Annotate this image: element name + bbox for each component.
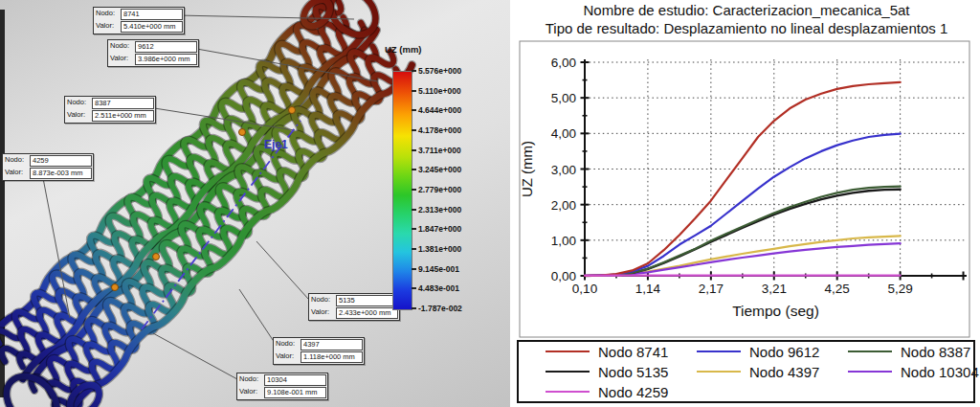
x-tick-label: 0,10 [572, 282, 597, 296]
callout-node-id: 4397 [301, 339, 363, 350]
fem-viewport: Nodo:8741 Valor:5.410e+000 mm Nodo:9612 … [0, 0, 510, 407]
legend-label: Nodo 9612 [749, 344, 819, 360]
legend-swatch [546, 371, 590, 373]
node-callout-8387: Nodo:8387 Valor:2.511e+000 mm [64, 96, 156, 124]
callout-row: Nodo:8741 [95, 9, 183, 20]
callout-row: Nodo:9612 [109, 41, 197, 53]
colorbar-tick [412, 228, 416, 230]
y-axis-title: UZ (mm) [519, 141, 535, 197]
axis-eje1-label: Eje1 [264, 138, 288, 151]
colorbar-tick-label: 9.145e-001 [418, 264, 459, 274]
legend-swatch [546, 391, 590, 393]
legend-label: Nodo 10304 [901, 364, 979, 380]
colorbar-tick-label: 3.245e+000 [418, 165, 461, 174]
legend-item: Nodo 8741 [546, 344, 697, 360]
colorbar-tick-label: 1.381e+000 [418, 244, 461, 254]
legend-swatch [848, 371, 892, 373]
x-axis-title: Tiempo (seg) [732, 303, 819, 319]
callout-value: 5.410e+000 mm [121, 21, 183, 33]
callout-node-id: 4259 [30, 155, 92, 167]
legend-label: Nodo 8387 [901, 344, 970, 360]
node-callout-4397: Nodo:4397 Valor:1.118e+000 mm [273, 337, 365, 365]
colorbar-tick-label: 1.847e+000 [418, 224, 461, 234]
connector-dot [239, 129, 246, 136]
colorbar-title: UZ (mm) [385, 44, 422, 55]
x-tick-label: 4,25 [825, 282, 850, 296]
callout-value-label: Valor: [66, 110, 90, 122]
y-tick-label: 6,00 [551, 56, 576, 70]
callout-node-id: 9612 [135, 41, 197, 53]
colorbar-tick [412, 149, 416, 151]
node-callout-9612: Nodo:9612 Valor:3.986e+000 mm [107, 39, 199, 67]
callout-node-id: 10304 [264, 374, 326, 386]
x-tick-label: 5,29 [887, 282, 912, 296]
node-callout-8741: Nodo:8741 Valor:5.410e+000 mm [93, 7, 185, 34]
colorbar-tick [412, 248, 416, 250]
x-tick-label: 3,21 [762, 282, 787, 296]
callout-leader-line [239, 289, 275, 343]
callout-row: Valor:9.108e-001 mm [238, 387, 326, 398]
legend-label: Nodo 4259 [598, 384, 668, 400]
callout-node-label: Nodo: [95, 9, 119, 20]
callout-value-label: Valor: [109, 54, 133, 65]
callout-value-label: Valor: [238, 387, 262, 398]
colorbar-tick [412, 189, 416, 191]
callout-row: Nodo:4397 [275, 339, 363, 350]
legend-swatch [848, 350, 892, 352]
y-tick-label: 1,00 [551, 234, 576, 248]
legend-item: Nodo 4259 [546, 384, 697, 400]
connector-dot [153, 254, 160, 260]
callout-value: 2.511e+000 mm [92, 110, 154, 122]
callout-value-label: Valor: [275, 351, 299, 363]
callout-row: Valor:5.410e+000 mm [95, 21, 183, 33]
x-tick-label: 2,17 [699, 282, 724, 296]
callout-node-label: Nodo: [4, 155, 28, 167]
colorbar-tick-label: 3.711e+000 [418, 146, 461, 155]
callout-row: Nodo:10304 [238, 374, 326, 386]
colorbar-tick-label: 5.110e+000 [418, 86, 461, 96]
callout-row: Valor:2.433e+000 mm [310, 307, 398, 319]
legend-label: Nodo 5135 [598, 364, 668, 380]
y-tick-label: 2,00 [551, 198, 576, 213]
callout-node-id: 8387 [92, 98, 154, 109]
legend-item: Nodo 4397 [697, 364, 848, 380]
callout-node-id: 8741 [121, 9, 183, 20]
callout-node-label: Nodo: [275, 339, 299, 350]
callout-node-label: Nodo: [310, 295, 334, 306]
callout-value: 1.118e+000 mm [301, 351, 363, 363]
callout-value: 9.108e-001 mm [264, 387, 326, 398]
callout-row: Nodo:8387 [66, 98, 154, 109]
chart-legend: Nodo 8741Nodo 9612Nodo 8387Nodo 5135Nodo… [517, 340, 975, 403]
callout-value: 3.986e+000 mm [135, 54, 197, 65]
callout-leader-line [153, 333, 237, 379]
callout-row: Valor:8.873e-003 mm [4, 168, 92, 179]
colorbar-tick [412, 307, 416, 309]
callout-node-label: Nodo: [238, 374, 262, 386]
fem-structure-render [0, 0, 510, 407]
legend-item: Nodo 9612 [697, 344, 848, 360]
colorbar-tick [412, 129, 416, 131]
callout-row: Nodo:4259 [4, 155, 92, 167]
connector-dot [289, 107, 296, 114]
x-tick-label: 1,14 [635, 282, 661, 296]
figure: Nodo:8741 Valor:5.410e+000 mm Nodo:9612 … [0, 0, 980, 407]
callout-value-label: Valor: [310, 307, 334, 319]
legend-swatch [546, 350, 590, 352]
coil-tube [21, 29, 368, 381]
y-tick-label: 5,00 [551, 91, 576, 105]
chart-panel: Nombre de estudio: Caracterizacion_mecan… [513, 0, 980, 407]
colorbar-tick [412, 268, 416, 270]
callout-row: Valor:3.986e+000 mm [109, 54, 197, 65]
colorbar-tick [412, 169, 416, 170]
y-tick-label: 4,00 [551, 126, 576, 141]
legend-label: Nodo 8741 [598, 344, 668, 360]
node-callout-4259: Nodo:4259 Valor:8.873e-003 mm [2, 153, 94, 181]
colorbar-tick [412, 109, 416, 111]
legend-swatch [697, 371, 741, 373]
colorbar-tick-label: 2.779e+000 [418, 185, 461, 194]
colorbar-tick [412, 209, 416, 211]
callout-row: Valor:2.511e+000 mm [66, 110, 154, 122]
legend-item: Nodo 8387 [848, 344, 979, 360]
callout-leader-line [256, 241, 308, 299]
callout-value: 2.433e+000 mm [336, 307, 398, 319]
